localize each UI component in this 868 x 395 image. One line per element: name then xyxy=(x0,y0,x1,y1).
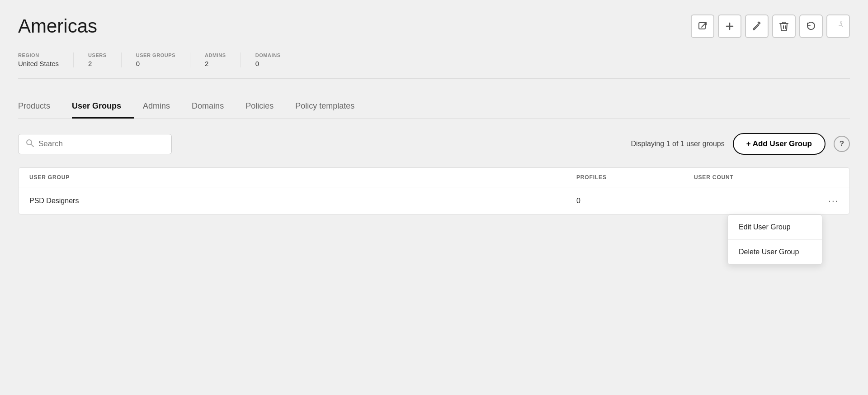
help-button[interactable]: ? xyxy=(834,136,850,152)
search-icon xyxy=(26,139,34,149)
add-toolbar-button[interactable] xyxy=(718,14,741,38)
col-header-user-group: USER GROUP xyxy=(29,174,567,181)
delete-user-group-menu-item[interactable]: Delete User Group xyxy=(728,240,822,264)
external-link-button[interactable] xyxy=(691,14,714,38)
table-row: PSD Designers 0 ··· Edit User Group Dele… xyxy=(19,187,849,214)
delete-toolbar-button[interactable] xyxy=(772,14,796,38)
user-group-profiles: 0 xyxy=(567,197,685,205)
right-controls: Displaying 1 of 1 user groups + Add User… xyxy=(631,133,850,155)
page-title: Americas xyxy=(18,15,97,37)
stats-row: REGION United States USERS 2 USER GROUPS… xyxy=(18,52,850,79)
tab-policy-templates[interactable]: Policy templates xyxy=(295,95,367,119)
tab-products[interactable]: Products xyxy=(18,95,63,119)
search-box xyxy=(18,134,172,154)
stat-admins-value: 2 xyxy=(205,60,226,67)
edit-toolbar-button[interactable] xyxy=(745,14,769,38)
stat-user-groups-label: USER GROUPS xyxy=(136,52,175,58)
user-group-name: PSD Designers xyxy=(29,197,567,205)
undo-button[interactable] xyxy=(799,14,823,38)
col-header-user-count: USER COUNT xyxy=(685,174,802,181)
stat-users: USERS 2 xyxy=(88,52,122,67)
stat-domains: DOMAINS 0 xyxy=(255,52,295,67)
edit-user-group-menu-item[interactable]: Edit User Group xyxy=(728,215,822,240)
toolbar xyxy=(691,14,850,38)
controls-row: Displaying 1 of 1 user groups + Add User… xyxy=(18,133,850,155)
header-row: Americas xyxy=(18,14,850,38)
col-header-actions xyxy=(802,174,839,181)
stat-region-label: REGION xyxy=(18,52,59,58)
tab-policies[interactable]: Policies xyxy=(245,95,286,119)
stat-users-label: USERS xyxy=(88,52,107,58)
context-menu: Edit User Group Delete User Group xyxy=(727,214,822,265)
stat-region-value: United States xyxy=(18,60,59,67)
stat-domains-value: 0 xyxy=(255,60,281,67)
stat-admins-label: ADMINS xyxy=(205,52,226,58)
row-actions-button[interactable]: ··· xyxy=(802,195,839,206)
table-header: USER GROUP PROFILES USER COUNT xyxy=(19,168,849,187)
col-header-profiles: PROFILES xyxy=(567,174,685,181)
tab-domains[interactable]: Domains xyxy=(192,95,236,119)
tab-admins[interactable]: Admins xyxy=(143,95,183,119)
stat-user-groups: USER GROUPS 0 xyxy=(136,52,190,67)
tab-user-groups[interactable]: User Groups xyxy=(72,95,134,119)
stat-region: REGION United States xyxy=(18,52,74,67)
svg-rect-0 xyxy=(699,23,705,29)
stat-users-value: 2 xyxy=(88,60,107,67)
stat-user-groups-value: 0 xyxy=(136,60,175,67)
stat-domains-label: DOMAINS xyxy=(255,52,281,58)
user-groups-table: USER GROUP PROFILES USER COUNT PSD Desig… xyxy=(18,167,850,214)
page: Americas xyxy=(0,0,868,395)
search-input[interactable] xyxy=(38,139,164,148)
stat-admins: ADMINS 2 xyxy=(205,52,241,67)
displaying-text: Displaying 1 of 1 user groups xyxy=(631,140,724,148)
add-user-group-button[interactable]: + Add User Group xyxy=(733,133,826,155)
svg-line-4 xyxy=(31,144,33,147)
redo-button[interactable] xyxy=(826,14,850,38)
tabs-row: Products User Groups Admins Domains Poli… xyxy=(18,95,850,119)
